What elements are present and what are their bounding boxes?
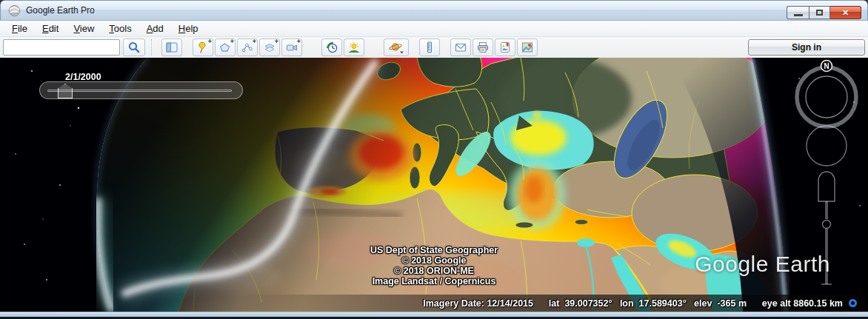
google-earth-app-icon [8,4,21,17]
toolbar: + + + + + [0,37,868,58]
search-input[interactable] [3,39,120,56]
print-button[interactable] [473,38,493,56]
zoom-knob [823,221,831,229]
elev-label: elev [694,298,712,309]
toolbar-separator [151,39,157,56]
streaming-indicator-icon [849,299,857,307]
menu-view[interactable]: View [66,21,101,36]
lat-label: lat [549,298,560,309]
close-icon: ✕ [842,8,849,18]
menu-help[interactable]: Help [171,21,206,36]
google-earth-logo: Google Earth [695,252,830,277]
view-in-maps-button[interactable] [517,38,538,56]
time-slider[interactable]: 2/1/2000 [39,81,243,99]
eye-alt-label: eye alt [762,298,791,309]
show-sidebar-button[interactable] [161,38,182,56]
earth-viewport[interactable]: 2/1/2000 N US Dept of State Geogr [2,58,866,312]
sunlight-button[interactable] [344,38,364,56]
zoom-in-button [818,172,835,201]
compass-north-label: N [824,62,829,70]
save-image-button[interactable] [495,38,515,56]
ruler-icon [423,41,436,54]
imagery-date-label: Imagery Date: [423,298,484,309]
minimize-icon [794,14,803,16]
sun-icon [347,41,361,54]
search-icon [127,41,141,54]
menu-file[interactable]: File [4,21,35,36]
sign-in-button[interactable]: Sign in [748,39,865,56]
save-image-icon [498,41,512,54]
eye-alt-value: 8860.15 km [793,298,843,309]
move-joystick [807,126,847,166]
add-polygon-button[interactable]: + [215,38,236,56]
minimize-button[interactable] [787,6,809,19]
menu-add[interactable]: Add [139,21,171,36]
search-button[interactable] [123,38,145,56]
ruler-button[interactable] [419,38,440,56]
compass-ring[interactable]: N [797,61,856,127]
window-bottom-border [0,312,868,319]
menu-edit[interactable]: Edit [35,21,66,36]
time-slider-handle[interactable] [58,84,73,98]
email-button[interactable] [450,38,471,56]
sidebar-panel-icon [165,41,178,54]
add-image-overlay-button[interactable]: + [259,38,280,56]
email-icon [454,41,467,54]
google-earth-window: Google Earth Pro ✕ File Edit View Tools … [0,0,868,319]
imagery-date-value: 12/14/2015 [487,298,533,309]
close-button[interactable]: ✕ [830,6,861,19]
menu-bar: File Edit View Tools Add Help [0,21,868,37]
history-clock-icon [325,41,338,54]
record-tour-button[interactable]: + [281,38,302,56]
printer-icon [476,41,490,54]
add-placemark-button[interactable]: + [193,38,213,56]
lon-value: 17.589403° [639,298,687,309]
saturn-planet-icon [388,41,404,54]
title-bar[interactable]: Google Earth Pro ✕ [0,0,868,21]
maximize-button[interactable] [809,6,830,19]
dropdown-arrow-icon [400,52,404,54]
planets-button[interactable] [384,38,409,56]
add-path-button[interactable]: + [237,38,258,56]
window-title: Google Earth Pro [26,5,95,16]
menu-tools[interactable]: Tools [101,21,138,36]
time-slider-track[interactable] [47,90,232,92]
lat-value: 39.007352° [564,298,612,309]
lon-label: lon [620,298,634,309]
time-slider-date: 2/1/2000 [65,72,101,82]
maximize-icon [816,10,823,16]
elev-value: -365 m [717,298,747,309]
historical-imagery-button[interactable] [321,38,342,56]
google-maps-icon [521,41,534,54]
status-bar: Imagery Date: 12/14/2015 lat 39.007352° … [2,295,866,312]
